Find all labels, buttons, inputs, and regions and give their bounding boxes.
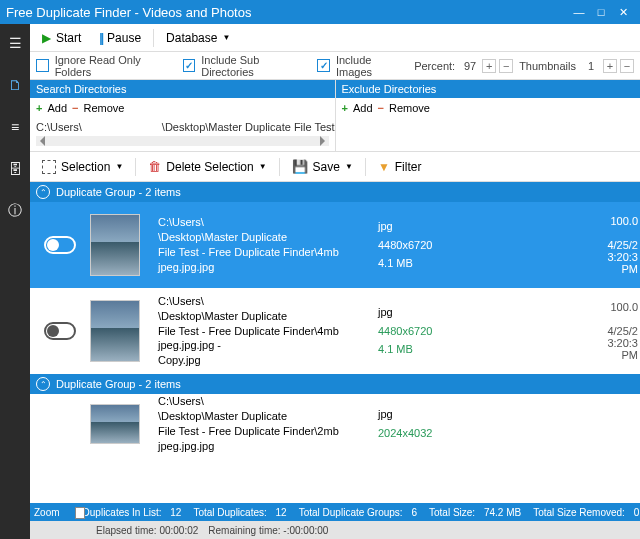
exclude-directories: Exclude Directories +Add −Remove [336, 80, 641, 151]
plus-icon: + [36, 102, 42, 114]
chevron-down-icon: ▼ [115, 162, 123, 171]
toolbar-main: ▶Start ||Pause Database▼ [30, 24, 640, 52]
window-title: Free Duplicate Finder - Videos and Photo… [6, 5, 568, 20]
minus-icon[interactable]: − [499, 59, 513, 73]
thumbs-stepper[interactable]: 1+− [582, 59, 634, 73]
directory-path[interactable]: C:\Users\\Desktop\Master Duplicate File … [30, 118, 335, 136]
save-dropdown[interactable]: 💾Save▼ [286, 156, 359, 178]
maximize-icon[interactable]: □ [590, 6, 612, 18]
thumbnail [90, 300, 140, 362]
trash-icon: 🗑 [148, 159, 161, 174]
info-icon[interactable]: ⓘ [0, 196, 30, 226]
toolbar-options: Ignore Read Only Folders ✓ Include Sub D… [30, 52, 640, 80]
file-info: jpg2024x4032 [378, 405, 458, 442]
list-icon[interactable]: ≡ [0, 112, 30, 142]
collapse-icon[interactable]: ⌃ [36, 377, 50, 391]
delete-dropdown[interactable]: 🗑Delete Selection▼ [142, 156, 272, 178]
file-info: jpg4480x67204.1 MB [378, 217, 458, 273]
database-dropdown[interactable]: Database▼ [160, 27, 236, 49]
pause-icon: || [99, 31, 102, 45]
minus-icon: − [72, 102, 78, 114]
sidebar: ☰ 🗋 ≡ 🗄 ⓘ [0, 24, 30, 539]
menu-icon[interactable]: ☰ [0, 28, 30, 58]
file-path: C:\Users\\Desktop\Master DuplicateFile T… [158, 394, 378, 453]
toggle[interactable] [44, 236, 76, 254]
ignore-label: Ignore Read Only Folders [55, 54, 177, 78]
selection-dropdown[interactable]: Selection▼ [36, 156, 129, 178]
group-header[interactable]: ⌃Duplicate Group - 2 items [30, 374, 640, 394]
directories-panel: Search Directories +Add −Remove C:\Users… [30, 80, 640, 152]
toolbar-actions: Selection▼ 🗑Delete Selection▼ 💾Save▼ ▼Fi… [30, 152, 640, 182]
remove-button[interactable]: Remove [83, 102, 124, 114]
chevron-down-icon: ▼ [259, 162, 267, 171]
exclude-dir-header: Exclude Directories [336, 80, 641, 98]
include-images-checkbox[interactable]: ✓ [317, 59, 330, 72]
include-sub-checkbox[interactable]: ✓ [183, 59, 196, 72]
group-header[interactable]: ⌃Duplicate Group - 2 items [30, 182, 640, 202]
percent-stepper[interactable]: 97+− [461, 59, 513, 73]
percent-label: Percent: [414, 60, 455, 72]
include-sub-label: Include Sub Directories [201, 54, 311, 78]
time-bar: Elapsed time: 00:00:02 Remaining time: -… [30, 521, 640, 539]
search-directories: Search Directories +Add −Remove C:\Users… [30, 80, 336, 151]
include-images-label: Include Images [336, 54, 408, 78]
search-page-icon[interactable]: 🗋 [0, 70, 30, 100]
thumbs-label: Thumbnails [519, 60, 576, 72]
chevron-down-icon: ▼ [345, 162, 353, 171]
results-list: ⌃Duplicate Group - 2 items C:\Users\\Des… [30, 182, 640, 539]
minus-icon: − [378, 102, 384, 114]
file-meta: 100.04/25/23:20:3PM [607, 215, 638, 275]
pause-button[interactable]: ||Pause [93, 27, 147, 49]
search-dir-header: Search Directories [30, 80, 335, 98]
minus-icon[interactable]: − [620, 59, 634, 73]
thumbnail [90, 214, 140, 276]
selection-icon [42, 160, 56, 174]
file-info: jpg4480x67204.1 MB [378, 303, 458, 359]
start-button[interactable]: ▶Start [36, 27, 87, 49]
plus-icon[interactable]: + [482, 59, 496, 73]
save-icon: 💾 [292, 159, 308, 174]
toggle[interactable] [44, 322, 76, 340]
scrollbar[interactable] [36, 136, 329, 146]
remove-button[interactable]: Remove [389, 102, 430, 114]
result-row[interactable]: C:\Users\\Desktop\Master DuplicateFile T… [30, 202, 640, 288]
status-bar: Zoom Duplicates In List: 12 Total Duplic… [30, 503, 640, 521]
filter-icon: ▼ [378, 160, 390, 174]
close-icon[interactable]: ✕ [612, 6, 634, 19]
collapse-icon[interactable]: ⌃ [36, 185, 50, 199]
minimize-icon[interactable]: — [568, 6, 590, 18]
zoom-label: Zoom [34, 507, 60, 518]
filter-button[interactable]: ▼Filter [372, 156, 428, 178]
ignore-checkbox[interactable] [36, 59, 49, 72]
file-meta: 100.04/25/23:20:3PM [607, 301, 638, 361]
file-path: C:\Users\\Desktop\Master DuplicateFile T… [158, 215, 378, 274]
separator [153, 29, 154, 47]
database-icon[interactable]: 🗄 [0, 154, 30, 184]
add-button[interactable]: Add [47, 102, 67, 114]
plus-icon[interactable]: + [603, 59, 617, 73]
result-row[interactable]: C:\Users\\Desktop\Master DuplicateFile T… [30, 394, 640, 454]
result-row[interactable]: C:\Users\\Desktop\Master DuplicateFile T… [30, 288, 640, 374]
plus-icon: + [342, 102, 348, 114]
play-icon: ▶ [42, 31, 51, 45]
add-button[interactable]: Add [353, 102, 373, 114]
title-bar: Free Duplicate Finder - Videos and Photo… [0, 0, 640, 24]
chevron-down-icon: ▼ [222, 33, 230, 42]
file-path: C:\Users\\Desktop\Master DuplicateFile T… [158, 294, 378, 368]
thumbnail [90, 404, 140, 444]
